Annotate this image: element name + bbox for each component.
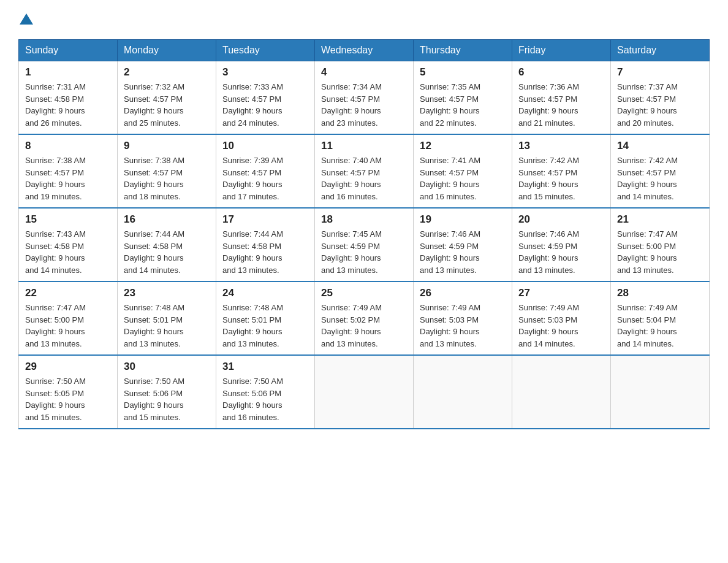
- column-header-friday: Friday: [512, 40, 611, 61]
- calendar-cell: 23Sunrise: 7:48 AMSunset: 5:01 PMDayligh…: [118, 282, 216, 355]
- day-info: Sunrise: 7:46 AMSunset: 4:59 PMDaylight:…: [420, 228, 506, 276]
- calendar-week-row: 29Sunrise: 7:50 AMSunset: 5:05 PMDayligh…: [19, 355, 710, 429]
- day-info: Sunrise: 7:48 AMSunset: 5:01 PMDaylight:…: [222, 302, 308, 350]
- day-info: Sunrise: 7:49 AMSunset: 5:02 PMDaylight:…: [321, 302, 407, 350]
- column-header-monday: Monday: [118, 40, 216, 61]
- calendar-cell: 31Sunrise: 7:50 AMSunset: 5:06 PMDayligh…: [216, 355, 315, 429]
- calendar-cell: 27Sunrise: 7:49 AMSunset: 5:03 PMDayligh…: [512, 282, 611, 355]
- day-info: Sunrise: 7:49 AMSunset: 5:04 PMDaylight:…: [617, 302, 703, 350]
- calendar-cell: 14Sunrise: 7:42 AMSunset: 4:57 PMDayligh…: [611, 134, 710, 208]
- day-info: Sunrise: 7:49 AMSunset: 5:03 PMDaylight:…: [420, 302, 506, 350]
- calendar-cell: 13Sunrise: 7:42 AMSunset: 4:57 PMDayligh…: [512, 134, 611, 208]
- day-info: Sunrise: 7:46 AMSunset: 4:59 PMDaylight:…: [518, 228, 604, 276]
- calendar-cell: 16Sunrise: 7:44 AMSunset: 4:58 PMDayligh…: [118, 208, 216, 282]
- column-header-saturday: Saturday: [611, 40, 710, 61]
- svg-marker-0: [20, 13, 33, 25]
- day-number: 2: [124, 66, 210, 79]
- day-info: Sunrise: 7:50 AMSunset: 5:06 PMDaylight:…: [222, 375, 308, 423]
- calendar-cell: [414, 355, 512, 429]
- day-info: Sunrise: 7:41 AMSunset: 4:57 PMDaylight:…: [420, 155, 506, 202]
- day-number: 29: [25, 361, 111, 373]
- day-number: 20: [518, 213, 604, 226]
- day-info: Sunrise: 7:47 AMSunset: 5:00 PMDaylight:…: [617, 228, 703, 276]
- day-number: 11: [321, 140, 407, 152]
- day-number: 13: [518, 140, 604, 152]
- logo-triangle-icon: [20, 13, 33, 25]
- day-number: 16: [124, 213, 210, 226]
- calendar-cell: [611, 355, 710, 429]
- calendar-week-row: 15Sunrise: 7:43 AMSunset: 4:58 PMDayligh…: [19, 208, 710, 282]
- day-info: Sunrise: 7:50 AMSunset: 5:06 PMDaylight:…: [124, 375, 210, 423]
- calendar-cell: 9Sunrise: 7:38 AMSunset: 4:57 PMDaylight…: [118, 134, 216, 208]
- day-info: Sunrise: 7:38 AMSunset: 4:57 PMDaylight:…: [124, 155, 210, 202]
- day-number: 27: [518, 287, 604, 299]
- day-number: 23: [124, 287, 210, 299]
- day-number: 26: [420, 287, 506, 299]
- column-header-thursday: Thursday: [414, 40, 512, 61]
- day-number: 21: [617, 213, 703, 226]
- day-info: Sunrise: 7:31 AMSunset: 4:58 PMDaylight:…: [25, 81, 111, 129]
- day-info: Sunrise: 7:32 AMSunset: 4:57 PMDaylight:…: [124, 81, 210, 129]
- day-info: Sunrise: 7:45 AMSunset: 4:59 PMDaylight:…: [321, 228, 407, 276]
- day-number: 4: [321, 66, 407, 79]
- calendar-week-row: 8Sunrise: 7:38 AMSunset: 4:57 PMDaylight…: [19, 134, 710, 208]
- calendar-cell: [315, 355, 414, 429]
- calendar-cell: 30Sunrise: 7:50 AMSunset: 5:06 PMDayligh…: [118, 355, 216, 429]
- day-info: Sunrise: 7:44 AMSunset: 4:58 PMDaylight:…: [124, 228, 210, 276]
- calendar-cell: 10Sunrise: 7:39 AMSunset: 4:57 PMDayligh…: [216, 134, 315, 208]
- day-number: 9: [124, 140, 210, 152]
- calendar-cell: 26Sunrise: 7:49 AMSunset: 5:03 PMDayligh…: [414, 282, 512, 355]
- page-header: [18, 12, 710, 27]
- logo: [18, 12, 33, 27]
- calendar-cell: 15Sunrise: 7:43 AMSunset: 4:58 PMDayligh…: [19, 208, 118, 282]
- calendar-cell: 21Sunrise: 7:47 AMSunset: 5:00 PMDayligh…: [611, 208, 710, 282]
- calendar-cell: 3Sunrise: 7:33 AMSunset: 4:57 PMDaylight…: [216, 61, 315, 135]
- day-number: 10: [222, 140, 308, 152]
- day-number: 22: [25, 287, 111, 299]
- day-number: 31: [222, 361, 308, 373]
- calendar-cell: 8Sunrise: 7:38 AMSunset: 4:57 PMDaylight…: [19, 134, 118, 208]
- day-info: Sunrise: 7:47 AMSunset: 5:00 PMDaylight:…: [25, 302, 111, 350]
- calendar-cell: 11Sunrise: 7:40 AMSunset: 4:57 PMDayligh…: [315, 134, 414, 208]
- day-number: 14: [617, 140, 703, 152]
- calendar-cell: 29Sunrise: 7:50 AMSunset: 5:05 PMDayligh…: [19, 355, 118, 429]
- calendar-header-row: SundayMondayTuesdayWednesdayThursdayFrid…: [19, 40, 710, 61]
- day-info: Sunrise: 7:48 AMSunset: 5:01 PMDaylight:…: [124, 302, 210, 350]
- calendar-cell: 4Sunrise: 7:34 AMSunset: 4:57 PMDaylight…: [315, 61, 414, 135]
- day-number: 18: [321, 213, 407, 226]
- day-info: Sunrise: 7:34 AMSunset: 4:57 PMDaylight:…: [321, 81, 407, 129]
- day-number: 17: [222, 213, 308, 226]
- day-number: 19: [420, 213, 506, 226]
- day-number: 5: [420, 66, 506, 79]
- day-info: Sunrise: 7:42 AMSunset: 4:57 PMDaylight:…: [617, 155, 703, 202]
- day-info: Sunrise: 7:39 AMSunset: 4:57 PMDaylight:…: [222, 155, 308, 202]
- calendar-table: SundayMondayTuesdayWednesdayThursdayFrid…: [18, 39, 710, 429]
- calendar-cell: 12Sunrise: 7:41 AMSunset: 4:57 PMDayligh…: [414, 134, 512, 208]
- day-number: 25: [321, 287, 407, 299]
- calendar-cell: 24Sunrise: 7:48 AMSunset: 5:01 PMDayligh…: [216, 282, 315, 355]
- day-number: 28: [617, 287, 703, 299]
- calendar-cell: 25Sunrise: 7:49 AMSunset: 5:02 PMDayligh…: [315, 282, 414, 355]
- calendar-cell: 5Sunrise: 7:35 AMSunset: 4:57 PMDaylight…: [414, 61, 512, 135]
- calendar-cell: [512, 355, 611, 429]
- day-info: Sunrise: 7:33 AMSunset: 4:57 PMDaylight:…: [222, 81, 308, 129]
- day-number: 30: [124, 361, 210, 373]
- calendar-cell: 1Sunrise: 7:31 AMSunset: 4:58 PMDaylight…: [19, 61, 118, 135]
- calendar-cell: 28Sunrise: 7:49 AMSunset: 5:04 PMDayligh…: [611, 282, 710, 355]
- calendar-cell: 19Sunrise: 7:46 AMSunset: 4:59 PMDayligh…: [414, 208, 512, 282]
- day-info: Sunrise: 7:35 AMSunset: 4:57 PMDaylight:…: [420, 81, 506, 129]
- calendar-cell: 20Sunrise: 7:46 AMSunset: 4:59 PMDayligh…: [512, 208, 611, 282]
- day-info: Sunrise: 7:43 AMSunset: 4:58 PMDaylight:…: [25, 228, 111, 276]
- calendar-cell: 22Sunrise: 7:47 AMSunset: 5:00 PMDayligh…: [19, 282, 118, 355]
- column-header-sunday: Sunday: [19, 40, 118, 61]
- day-info: Sunrise: 7:42 AMSunset: 4:57 PMDaylight:…: [518, 155, 604, 202]
- calendar-cell: 6Sunrise: 7:36 AMSunset: 4:57 PMDaylight…: [512, 61, 611, 135]
- day-info: Sunrise: 7:37 AMSunset: 4:57 PMDaylight:…: [617, 81, 703, 129]
- calendar-week-row: 1Sunrise: 7:31 AMSunset: 4:58 PMDaylight…: [19, 61, 710, 135]
- day-info: Sunrise: 7:38 AMSunset: 4:57 PMDaylight:…: [25, 155, 111, 202]
- day-info: Sunrise: 7:44 AMSunset: 4:58 PMDaylight:…: [222, 228, 308, 276]
- day-info: Sunrise: 7:40 AMSunset: 4:57 PMDaylight:…: [321, 155, 407, 202]
- day-info: Sunrise: 7:50 AMSunset: 5:05 PMDaylight:…: [25, 375, 111, 423]
- day-number: 1: [25, 66, 111, 79]
- day-number: 24: [222, 287, 308, 299]
